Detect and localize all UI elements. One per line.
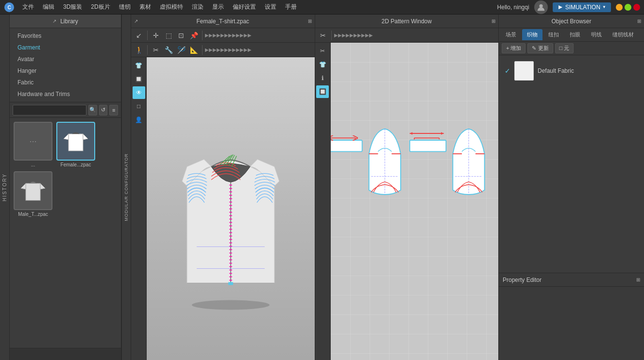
lt2d-view1-btn[interactable]: ✂ bbox=[316, 45, 329, 57]
list-item[interactable]: ··· ... bbox=[14, 122, 52, 167]
popout-2d-icon[interactable]: ⊞ bbox=[491, 18, 495, 24]
popout-3d-icon[interactable]: ⊞ bbox=[308, 18, 312, 24]
tb-walk-btn[interactable]: 🚶 bbox=[133, 44, 145, 56]
list-item[interactable]: Female...zpac bbox=[56, 122, 95, 167]
tb-seam-btn[interactable]: 🔧 bbox=[163, 44, 174, 56]
viewport-3d-inner: 👕 🔲 👁 □ 👤 bbox=[131, 57, 315, 360]
simulation-button[interactable]: SIMULATION ▼ bbox=[553, 2, 611, 12]
tb-lasso-btn[interactable]: ⊡ bbox=[175, 30, 187, 41]
fabric-name: Default Fabric bbox=[538, 67, 574, 74]
nav-avatar[interactable]: Avatar bbox=[10, 53, 121, 65]
toolbar-separator bbox=[331, 31, 332, 40]
menu-sewing[interactable]: 缝纫 bbox=[115, 1, 135, 13]
canvas-2d[interactable] bbox=[331, 43, 499, 360]
menu-settings[interactable]: 设置 bbox=[261, 1, 280, 13]
sim-dropdown-icon: ▼ bbox=[602, 5, 606, 9]
svg-rect-41 bbox=[331, 140, 362, 151]
user-greeting: Hello, ningqi bbox=[497, 4, 529, 11]
expand-3d-icon[interactable]: ↗ bbox=[134, 18, 138, 24]
menu-2d-pattern[interactable]: 2D板片 bbox=[87, 1, 114, 13]
add-fabric-button[interactable]: + 增加 bbox=[502, 43, 525, 53]
tb-select2-btn[interactable]: ⬚ bbox=[163, 30, 174, 41]
tb-pin-btn[interactable]: 📌 bbox=[188, 30, 200, 41]
svg-marker-59 bbox=[441, 132, 444, 135]
lt2d-view2-btn[interactable]: 👕 bbox=[316, 58, 329, 71]
svg-rect-49 bbox=[410, 140, 446, 151]
nav-hardware[interactable]: Hardware and Trims bbox=[10, 88, 121, 100]
object-browser-header: Object Browser ⊞ bbox=[499, 15, 644, 28]
menu-3d-garment[interactable]: 3D服装 bbox=[59, 1, 86, 13]
property-editor-title: Property Editor bbox=[503, 277, 542, 283]
tab-topstitch[interactable]: 明线 bbox=[586, 29, 607, 40]
lt-view1-btn[interactable]: 👕 bbox=[133, 59, 145, 72]
edit-fabric-button[interactable]: ✎ 更新 bbox=[527, 43, 553, 53]
menu-bar: C 文件 编辑 3D服装 2D板片 缝纫 素材 虚拟模特 渲染 显示 偏好设置 … bbox=[0, 0, 644, 15]
library-bottom bbox=[10, 348, 121, 360]
maximize-button[interactable] bbox=[625, 4, 631, 11]
library-search-button[interactable]: 🔍 bbox=[88, 105, 97, 115]
menu-avatar[interactable]: 虚拟模特 bbox=[156, 1, 187, 13]
svg-point-2 bbox=[539, 4, 542, 7]
toolbar-2d: ✂ ▶▶▶▶▶▶▶▶▶▶ bbox=[315, 28, 499, 43]
nav-garment[interactable]: Garment bbox=[10, 42, 121, 53]
fabric-item[interactable]: ✓ Default Fabric bbox=[503, 59, 640, 82]
library-list-view-button[interactable]: ≡ bbox=[109, 105, 118, 115]
modular-label: MODULAR CONFIGURATOR bbox=[124, 153, 129, 221]
user-avatar[interactable] bbox=[534, 0, 548, 14]
lt-view4-btn[interactable]: □ bbox=[133, 100, 145, 113]
pattern-pieces bbox=[331, 127, 499, 262]
tab-fabric[interactable]: 织物 bbox=[522, 29, 542, 40]
menu-display[interactable]: 显示 bbox=[208, 1, 228, 13]
library-search-input[interactable] bbox=[13, 105, 86, 115]
canvas-3d[interactable] bbox=[147, 57, 315, 360]
tb-move-btn[interactable]: ✛ bbox=[150, 30, 162, 41]
object-browser-popout[interactable]: ⊞ bbox=[637, 18, 641, 24]
nav-favorites[interactable]: Favorites bbox=[10, 30, 121, 42]
lt2d-info-btn[interactable]: ℹ bbox=[316, 72, 329, 84]
property-editor-content bbox=[499, 287, 644, 360]
lt-avatar-btn[interactable]: 👤 bbox=[133, 114, 145, 126]
toolbar-separator bbox=[147, 45, 148, 55]
menu-file[interactable]: 文件 bbox=[18, 1, 38, 13]
delete-fabric-button[interactable]: □ 元 bbox=[555, 43, 574, 53]
left-tools-3d: 👕 🔲 👁 □ 👤 bbox=[131, 57, 147, 360]
expand-library-icon[interactable]: ↗ bbox=[52, 18, 56, 24]
right-panel: Object Browser ⊞ 场景 织物 纽扣 扣眼 明线 缝纫线材 + 增… bbox=[498, 15, 644, 360]
property-editor-popout[interactable]: ⊞ bbox=[636, 277, 640, 282]
tab-button[interactable]: 纽扣 bbox=[543, 29, 564, 40]
tb2d-scissor-btn[interactable]: ✂ bbox=[317, 30, 329, 41]
menu-manual[interactable]: 手册 bbox=[281, 1, 301, 13]
lt2d-view4-btn[interactable]: 🔲 bbox=[316, 85, 329, 98]
tb-fold-btn[interactable]: 📐 bbox=[188, 44, 200, 56]
toolbar-3d: ↙ ✛ ⬚ ⊡ 📌 ▶▶▶▶▶▶▶▶▶▶▶▶ bbox=[131, 28, 315, 43]
tab-buttonhole[interactable]: 扣眼 bbox=[565, 29, 585, 40]
library-panel: ↗ Library Favorites Garment Avatar Hange… bbox=[10, 15, 121, 360]
nav-fabric[interactable]: Fabric bbox=[10, 77, 121, 88]
nav-hanger[interactable]: Hanger bbox=[10, 65, 121, 77]
menu-edit[interactable]: 编辑 bbox=[39, 1, 58, 13]
tab-scene[interactable]: 场景 bbox=[501, 29, 521, 40]
list-item[interactable]: Male_T...zpac bbox=[14, 171, 52, 217]
menu-render[interactable]: 渲染 bbox=[188, 1, 207, 13]
lt-view3-btn[interactable]: 👁 bbox=[133, 86, 145, 99]
tb-needle-btn[interactable]: 🪡 bbox=[175, 44, 187, 56]
tb-cut-btn[interactable]: ✂ bbox=[150, 44, 162, 56]
viewport-2d-title: 2D Pattern Window bbox=[382, 18, 432, 25]
library-item-label: ... bbox=[31, 162, 35, 167]
library-folder-thumb: ··· bbox=[14, 122, 52, 161]
object-toolbar: + 增加 ✎ 更新 □ 元 bbox=[499, 42, 644, 55]
library-header: ↗ Library bbox=[10, 15, 121, 28]
viewport-2d-header: 2D Pattern Window ⊞ bbox=[315, 15, 499, 28]
library-content: ··· ... Female...zpac bbox=[10, 118, 121, 348]
menu-preferences[interactable]: 偏好设置 bbox=[229, 1, 260, 13]
menu-material[interactable]: 素材 bbox=[136, 1, 155, 13]
close-button[interactable] bbox=[633, 4, 640, 11]
lt-view2-btn[interactable]: 🔲 bbox=[133, 73, 145, 85]
property-editor: Property Editor ⊞ bbox=[499, 273, 644, 360]
svg-point-6 bbox=[192, 300, 270, 310]
tab-thread[interactable]: 缝纫线材 bbox=[608, 29, 639, 40]
library-refresh-button[interactable]: ↺ bbox=[99, 105, 108, 115]
app-logo: C bbox=[4, 2, 15, 13]
minimize-button[interactable] bbox=[616, 4, 623, 11]
tb-select-btn[interactable]: ↙ bbox=[133, 30, 145, 41]
